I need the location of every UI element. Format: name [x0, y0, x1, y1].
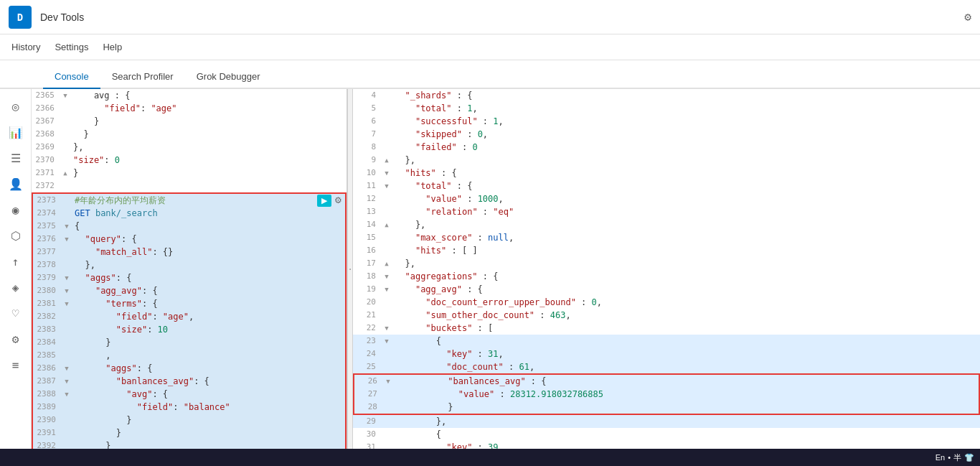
- sidebar-icon-circle[interactable]: ◉: [4, 198, 27, 221]
- code-line-2369: 2369 },: [32, 141, 347, 154]
- code-line-2387: 2387 ▼ "banlances_avg": {: [32, 375, 347, 388]
- app-logo: D: [9, 6, 32, 29]
- top-bar-right: ⚙: [964, 10, 971, 24]
- code-line-2390: 2390 }: [32, 414, 347, 427]
- output-line-8: 8 "failed" : 0: [353, 141, 980, 154]
- lang-icon: 👕: [964, 453, 974, 462]
- tab-search-profiler[interactable]: Search Profiler: [100, 65, 185, 89]
- code-line-2384: 2384 }: [32, 336, 347, 349]
- code-line-2381: 2381 ▼ "terms": {: [32, 297, 347, 310]
- output-line-6: 6 "successful" : 1,: [353, 115, 980, 128]
- menu-history[interactable]: History: [11, 42, 40, 52]
- output-line-21: 21 "sum_other_doc_count" : 463,: [353, 309, 980, 322]
- output-line-5: 5 "total" : 1,: [353, 102, 980, 115]
- output-line-16: 16 "hits" : [ ]: [353, 244, 980, 257]
- output-line-7: 7 "skipped" : 0,: [353, 128, 980, 141]
- code-line-2365: 2365 ▼ avg : {: [32, 89, 347, 102]
- output-line-10: 10 ▼ "hits" : {: [353, 167, 980, 180]
- output-line-24: 24 "key" : 31,: [353, 348, 980, 360]
- code-line-2383: 2383 "size": 10: [32, 323, 347, 336]
- code-line-2382: 2382 "field": "age",: [32, 310, 347, 323]
- code-line-2389: 2389 "field": "balance": [32, 401, 347, 414]
- sidebar-icon-search[interactable]: ◎: [4, 95, 27, 118]
- app-title: Dev Tools: [40, 11, 84, 23]
- output-line-19: 19 ▼ "agg_avg" : {: [353, 283, 980, 296]
- code-line-2385: 2385 ,: [32, 349, 347, 362]
- menu-bar: History Settings Help: [0, 34, 980, 60]
- output-line-14: 14 ▲ },: [353, 218, 980, 231]
- code-line-2368: 2368 }: [32, 128, 347, 141]
- sidebar-icon-chart[interactable]: 📊: [4, 121, 27, 144]
- output-line-30: 30 {: [353, 428, 980, 441]
- lang-half: 半: [953, 452, 961, 463]
- output-line-15: 15 "max_score" : null,: [353, 231, 980, 244]
- lang-dot: •: [948, 453, 951, 462]
- code-line-2388: 2388 ▼ "avg": {: [32, 388, 347, 401]
- menu-help[interactable]: Help: [103, 42, 122, 52]
- editor-content[interactable]: 2365 ▼ avg : { 2366 "field": "age" 2367 …: [32, 89, 347, 449]
- code-line-2372: 2372: [32, 180, 347, 192]
- sidebar-icon-upload[interactable]: ↑: [4, 250, 27, 273]
- output-line-28: 28 }: [353, 401, 980, 415]
- output-line-27: 27 "value" : 28312.918032786885: [353, 388, 980, 401]
- tab-console[interactable]: Console: [43, 65, 100, 89]
- sidebar-icon-diamond[interactable]: ◈: [4, 276, 27, 299]
- code-line-2370: 2370 "size": 0: [32, 154, 347, 167]
- output-panel: 4 "_shards" : { 5 "total" : 1, 6 "succes…: [353, 89, 980, 449]
- output-line-9: 9 ▲ },: [353, 154, 980, 167]
- sidebar-icon-user[interactable]: 👤: [4, 172, 27, 195]
- run-button[interactable]: ▶: [317, 195, 331, 207]
- sidebar-icon-heart[interactable]: ♡: [4, 302, 27, 325]
- output-line-20: 20 "doc_count_error_upper_bound" : 0,: [353, 296, 980, 309]
- code-line-2366: 2366 "field": "age": [32, 102, 347, 115]
- left-sidebar: ◎ 📊 ☰ 👤 ◉ ⬡ ↑ ◈ ♡ ⚙ ≡: [0, 89, 32, 449]
- code-line-2371: 2371 ▲ }: [32, 167, 347, 180]
- menu-settings[interactable]: Settings: [55, 42, 88, 52]
- code-line-2379: 2379 ▼ "aggs": {: [32, 271, 347, 284]
- code-line-2376: 2376 ▼ "query": {: [32, 233, 347, 246]
- code-line-2386: 2386 ▼ "aggs": {: [32, 362, 347, 375]
- code-line-2377: 2377 "match_all": {}: [32, 246, 347, 258]
- code-line-2391: 2391 }: [32, 427, 347, 439]
- top-bar: D Dev Tools ⚙: [0, 0, 980, 34]
- output-content[interactable]: 4 "_shards" : { 5 "total" : 1, 6 "succes…: [353, 89, 980, 449]
- output-line-12: 12 "value" : 1000,: [353, 192, 980, 205]
- output-line-4: 4 "_shards" : {: [353, 89, 980, 102]
- sidebar-icon-hex[interactable]: ⬡: [4, 224, 27, 247]
- settings-gear-icon[interactable]: ⚙: [964, 10, 971, 24]
- tab-grok-debugger[interactable]: Grok Debugger: [185, 65, 272, 89]
- code-line-2380: 2380 ▼ "agg_avg": {: [32, 284, 347, 297]
- output-line-29: 29 },: [353, 415, 980, 428]
- output-line-11: 11 ▼ "total" : {: [353, 180, 980, 192]
- sidebar-icon-gear[interactable]: ⚙: [4, 327, 27, 350]
- code-line-2378: 2378 },: [32, 258, 347, 271]
- output-line-26: 26 ▼ "banlances_avg" : {: [353, 373, 980, 388]
- sidebar-icon-list[interactable]: ☰: [4, 146, 27, 169]
- bottom-bar: En • 半 👕: [0, 449, 980, 466]
- output-line-18: 18 ▼ "aggregations" : {: [353, 270, 980, 283]
- tabs-bar: Console Search Profiler Grok Debugger: [0, 60, 980, 89]
- sidebar-icon-menu[interactable]: ≡: [4, 353, 27, 376]
- output-line-17: 17 ▲ },: [353, 257, 980, 270]
- output-line-13: 13 "relation" : "eq": [353, 205, 980, 218]
- lang-en: En: [936, 453, 945, 462]
- code-line-2374: 2374 GET bank/_search: [32, 207, 347, 220]
- language-indicator[interactable]: En • 半 👕: [936, 452, 974, 463]
- tools-button[interactable]: ⚙: [334, 195, 342, 205]
- output-line-22: 22 ▼ "buckets" : [: [353, 322, 980, 335]
- code-line-2367: 2367 }: [32, 115, 347, 128]
- output-line-23: 23 ▼ {: [353, 335, 980, 348]
- output-line-25: 25 "doc_count" : 61,: [353, 360, 980, 373]
- code-line-2373: 2373 #年龄分布内的平均薪资 ▶ ⚙: [32, 192, 347, 207]
- output-line-31: 31 "key" : 39,: [353, 441, 980, 449]
- main-layout: ◎ 📊 ☰ 👤 ◉ ⬡ ↑ ◈ ♡ ⚙ ≡ 2365 ▼ avg : { 236…: [0, 89, 980, 449]
- code-line-2392: 2392 }: [32, 439, 347, 449]
- panel-divider[interactable]: ·: [347, 89, 353, 449]
- content-area: 2365 ▼ avg : { 2366 "field": "age" 2367 …: [32, 89, 980, 449]
- editor-panel: 2365 ▼ avg : { 2366 "field": "age" 2367 …: [32, 89, 347, 449]
- code-line-2375: 2375 ▼ {: [32, 220, 347, 233]
